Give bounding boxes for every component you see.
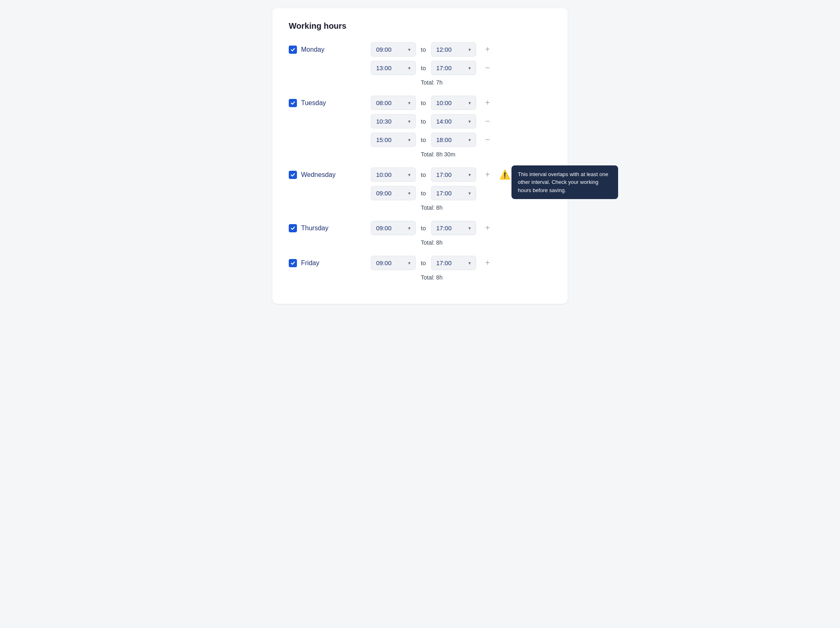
tuesday-checkbox[interactable] [289, 99, 297, 107]
tuesday-add-button[interactable]: + [481, 96, 494, 110]
tuesday-to-2: to [421, 118, 426, 125]
wednesday-interval-1-to[interactable]: 17:00 ▾ [431, 167, 476, 182]
friday-label-area: Friday [289, 259, 371, 267]
monday-row-1: Monday 09:00 ▾ to 12:00 ▾ + [289, 42, 551, 57]
chevron-down-icon: ▾ [468, 225, 471, 231]
chevron-down-icon: ▾ [408, 225, 411, 231]
chevron-down-icon: ▾ [468, 172, 471, 178]
chevron-down-icon: ▾ [468, 190, 471, 196]
tuesday-interval-2-from[interactable]: 10:30 ▾ [371, 114, 416, 128]
wednesday-to-2: to [421, 190, 426, 197]
wednesday-label: Wednesday [301, 171, 336, 179]
chevron-down-icon: ▾ [408, 137, 411, 143]
wednesday-total: Total: 8h [371, 204, 551, 211]
chevron-down-icon: ▾ [468, 137, 471, 143]
monday-interval-2-from[interactable]: 13:00 ▾ [371, 61, 416, 75]
monday-checkbox[interactable] [289, 46, 297, 54]
tuesday-row-3: 15:00 ▾ to 18:00 ▾ − [289, 133, 551, 147]
wednesday-add-button[interactable]: + [481, 168, 494, 181]
tuesday-interval-1-from[interactable]: 08:00 ▾ [371, 96, 416, 110]
tuesday-remove-button-2[interactable]: − [481, 133, 494, 147]
friday-label: Friday [301, 259, 319, 267]
tuesday-total: Total: 8h 30m [371, 151, 551, 158]
chevron-down-icon: ▾ [408, 47, 411, 53]
friday-total: Total: 8h [371, 274, 551, 281]
chevron-down-icon: ▾ [468, 65, 471, 71]
working-hours-card: Working hours Monday 09:00 ▾ to 12:00 ▾ [272, 8, 568, 304]
monday-label: Monday [301, 46, 324, 53]
thursday-to-1: to [421, 225, 426, 231]
friday-checkbox[interactable] [289, 259, 297, 267]
tuesday-label-area: Tuesday [289, 99, 371, 107]
friday-row-1: Friday 09:00 ▾ to 17:00 ▾ + [289, 256, 551, 270]
chevron-down-icon: ▾ [468, 260, 471, 266]
monday-total: Total: 7h [371, 79, 551, 86]
day-section-tuesday: Tuesday 08:00 ▾ to 10:00 ▾ + 10:30 [289, 96, 551, 158]
chevron-down-icon: ▾ [408, 172, 411, 178]
monday-to-1: to [421, 46, 426, 53]
monday-interval-1-from[interactable]: 09:00 ▾ [371, 42, 416, 57]
monday-interval-2-to[interactable]: 17:00 ▾ [431, 61, 476, 75]
tuesday-interval-3-controls: 15:00 ▾ to 18:00 ▾ − [371, 133, 551, 147]
wednesday-interval-2-from[interactable]: 09:00 ▾ [371, 186, 416, 200]
tuesday-label: Tuesday [301, 99, 326, 107]
monday-interval-2-controls: 13:00 ▾ to 17:00 ▾ − [371, 61, 551, 75]
wednesday-interval-1-from[interactable]: 10:00 ▾ [371, 167, 416, 182]
page-title: Working hours [289, 21, 551, 31]
thursday-interval-1-to[interactable]: 17:00 ▾ [431, 221, 476, 235]
thursday-label-area: Thursday [289, 224, 371, 232]
wednesday-interval-2-to[interactable]: 17:00 ▾ [431, 186, 476, 200]
chevron-down-icon: ▾ [468, 47, 471, 53]
thursday-row-1: Thursday 09:00 ▾ to 17:00 ▾ + [289, 221, 551, 235]
wednesday-warning-container: ⚠️ This interval overlaps with at least … [499, 170, 510, 180]
thursday-label: Thursday [301, 225, 329, 232]
thursday-interval-1-from[interactable]: 09:00 ▾ [371, 221, 416, 235]
tuesday-row-1: Tuesday 08:00 ▾ to 10:00 ▾ + [289, 96, 551, 110]
thursday-add-button[interactable]: + [481, 222, 494, 235]
chevron-down-icon: ▾ [408, 100, 411, 106]
day-section-thursday: Thursday 09:00 ▾ to 17:00 ▾ + Total: 8h [289, 221, 551, 246]
monday-to-2: to [421, 64, 426, 71]
day-section-monday: Monday 09:00 ▾ to 12:00 ▾ + 13:00 [289, 42, 551, 86]
day-section-friday: Friday 09:00 ▾ to 17:00 ▾ + Total: 8h [289, 256, 551, 281]
monday-row-2: 13:00 ▾ to 17:00 ▾ − [289, 61, 551, 75]
chevron-down-icon: ▾ [408, 190, 411, 196]
tuesday-interval-3-from[interactable]: 15:00 ▾ [371, 133, 416, 147]
friday-to-1: to [421, 259, 426, 266]
monday-interval-1-controls: 09:00 ▾ to 12:00 ▾ + [371, 42, 551, 57]
day-section-wednesday: Wednesday 10:00 ▾ to 17:00 ▾ + ⚠️ This i… [289, 167, 551, 211]
tuesday-remove-button-1[interactable]: − [481, 115, 494, 128]
friday-add-button[interactable]: + [481, 257, 494, 270]
friday-interval-1-to[interactable]: 17:00 ▾ [431, 256, 476, 270]
wednesday-row-2: 09:00 ▾ to 17:00 ▾ [289, 186, 551, 200]
chevron-down-icon: ▾ [468, 100, 471, 106]
friday-interval-1-controls: 09:00 ▾ to 17:00 ▾ + [371, 256, 551, 270]
tuesday-to-3: to [421, 136, 426, 143]
monday-label-area: Monday [289, 46, 371, 54]
wednesday-row-1: Wednesday 10:00 ▾ to 17:00 ▾ + ⚠️ This i… [289, 167, 551, 182]
friday-interval-1-from[interactable]: 09:00 ▾ [371, 256, 416, 270]
monday-add-button[interactable]: + [481, 43, 494, 56]
tuesday-interval-1-to[interactable]: 10:00 ▾ [431, 96, 476, 110]
thursday-checkbox[interactable] [289, 224, 297, 232]
thursday-interval-1-controls: 09:00 ▾ to 17:00 ▾ + [371, 221, 551, 235]
tuesday-row-2: 10:30 ▾ to 14:00 ▾ − [289, 114, 551, 128]
monday-remove-button[interactable]: − [481, 62, 494, 75]
chevron-down-icon: ▾ [468, 119, 471, 124]
wednesday-label-area: Wednesday [289, 171, 371, 179]
thursday-total: Total: 8h [371, 239, 551, 246]
tuesday-interval-2-controls: 10:30 ▾ to 14:00 ▾ − [371, 114, 551, 128]
tuesday-interval-1-controls: 08:00 ▾ to 10:00 ▾ + [371, 96, 551, 110]
chevron-down-icon: ▾ [408, 260, 411, 266]
chevron-down-icon: ▾ [408, 119, 411, 124]
wednesday-interval-1-controls: 10:00 ▾ to 17:00 ▾ + ⚠️ This interval ov… [371, 167, 551, 182]
tuesday-to-1: to [421, 99, 426, 106]
wednesday-interval-2-controls: 09:00 ▾ to 17:00 ▾ [371, 186, 551, 200]
chevron-down-icon: ▾ [408, 65, 411, 71]
warning-icon: ⚠️ [499, 170, 510, 180]
wednesday-to-1: to [421, 171, 426, 178]
wednesday-checkbox[interactable] [289, 171, 297, 179]
tuesday-interval-2-to[interactable]: 14:00 ▾ [431, 114, 476, 128]
monday-interval-1-to[interactable]: 12:00 ▾ [431, 42, 476, 57]
tuesday-interval-3-to[interactable]: 18:00 ▾ [431, 133, 476, 147]
